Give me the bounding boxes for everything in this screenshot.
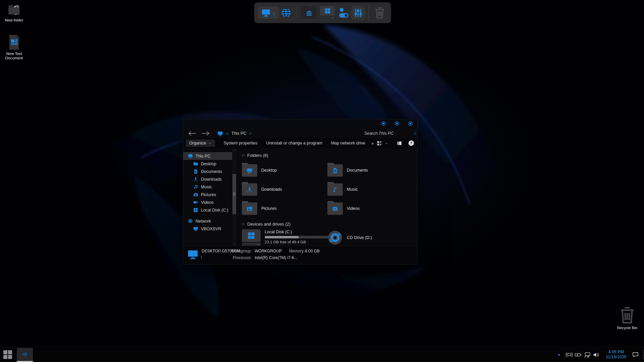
desktop-icon-recycle-bin[interactable]: Recycle Bin: [613, 306, 641, 330]
folder-icon: [327, 164, 343, 177]
organize-button[interactable]: Organize: [186, 139, 215, 147]
workgroup-value: WORKGROUP: [255, 249, 282, 253]
desktop-icon-label: New Text Document: [0, 52, 28, 60]
desktop-icon-new-folder[interactable]: New folder: [0, 3, 28, 22]
drive-name: Local Disk (C:): [265, 230, 328, 234]
start-button[interactable]: [3, 350, 12, 359]
maximize-button[interactable]: [395, 121, 399, 126]
close-button[interactable]: [408, 121, 413, 126]
sidebar-item-label: Pictures: [201, 192, 216, 197]
change-view-icon[interactable]: [377, 140, 382, 146]
desktop-icon-label: Recycle Bin: [613, 326, 641, 330]
show-desktop-button[interactable]: [643, 350, 643, 359]
dock-item-bank-folder[interactable]: [301, 7, 317, 18]
dock-separator: [368, 6, 369, 20]
sidebar-item-documents[interactable]: Documents: [183, 168, 232, 175]
sidebar-item-network[interactable]: Network: [183, 217, 232, 225]
sidebar-scrollbar[interactable]: [232, 148, 236, 246]
taskbar: 4:05 PM 11/16/2025: [0, 347, 644, 362]
memory-label: Memory:: [289, 249, 305, 253]
map-network-drive-button[interactable]: Map network drive: [331, 141, 365, 145]
hidden-icons-button[interactable]: [558, 354, 560, 356]
search-input[interactable]: Search This PC: [364, 129, 415, 138]
folder-icon: [242, 164, 257, 177]
explorer-app-icon: [22, 352, 28, 357]
toggle-switches-icon: [338, 7, 350, 18]
taskbar-clock[interactable]: 4:05 PM 11/16/2025: [604, 350, 628, 360]
sidebar-item-label: Videos: [201, 200, 214, 205]
sidebar-item-pictures[interactable]: Pictures: [183, 191, 232, 198]
battery-charging-icon[interactable]: [575, 352, 582, 358]
equalizer-sliders-icon: [353, 8, 363, 18]
help-button[interactable]: ?: [409, 140, 414, 146]
sidebar-item-music[interactable]: Music: [183, 183, 232, 191]
trash-icon: [373, 6, 386, 19]
tile-label: Music: [347, 187, 358, 192]
sidebar-item-label: Desktop: [201, 162, 216, 166]
collapse-group-icon[interactable]: [242, 154, 244, 157]
uninstall-program-button[interactable]: Uninstall or change a program: [266, 141, 322, 145]
folder-tile-desktop[interactable]: Desktop: [242, 163, 327, 178]
folder-view: Folders (6) Desktop Documents Downloads: [236, 148, 417, 246]
desktop-icon-new-text-document[interactable]: New Text Document: [0, 34, 28, 60]
view-chevron-icon[interactable]: [385, 141, 388, 145]
folder-tile-music[interactable]: Music: [327, 182, 413, 197]
folder-tile-videos[interactable]: Videos: [327, 201, 413, 216]
scroll-up-icon[interactable]: [233, 149, 236, 152]
folder-tile-documents[interactable]: Documents: [327, 163, 413, 178]
window-body: This PC Desktop Documents Downloads Musi…: [183, 148, 417, 246]
dock-item-toggle-switches[interactable]: [338, 7, 350, 18]
sidebar-item-downloads[interactable]: Downloads: [183, 175, 232, 183]
processor-value: Intel(R) Core(TM) i7-6...: [255, 255, 297, 260]
minimize-button[interactable]: [381, 121, 386, 126]
forward-button[interactable]: [201, 131, 210, 136]
drive-free-space: 23.1 GB free of 49.4 GB: [265, 240, 328, 244]
bank-folder-icon: [301, 7, 317, 18]
cast-screen-icon[interactable]: [566, 352, 573, 358]
back-button[interactable]: [188, 131, 197, 136]
sidebar-item-label: Documents: [201, 169, 222, 174]
more-commands-button[interactable]: »: [371, 141, 374, 146]
drive-name: CD Drive (D:): [347, 235, 372, 240]
sidebar-item-this-pc[interactable]: This PC: [183, 152, 232, 160]
folder-tile-pictures[interactable]: Pictures: [242, 201, 327, 216]
network-globe-icon: [188, 219, 193, 224]
group-header-folders[interactable]: Folders (6): [242, 153, 417, 158]
scrollbar-thumb[interactable]: [232, 174, 236, 214]
window-titlebar: [183, 119, 417, 129]
dock-item-display-alert[interactable]: [258, 6, 279, 19]
sidebar-item-label: Network: [196, 219, 211, 224]
dock-item-system-drive[interactable]: [320, 6, 335, 19]
collapse-group-icon[interactable]: [242, 223, 244, 225]
sidebar-item-desktop[interactable]: Desktop: [183, 160, 232, 168]
sidebar-item-vboxsvr[interactable]: VBOXSVR: [183, 225, 232, 233]
sidebar-item-local-disk[interactable]: Local Disk (C:): [183, 206, 232, 214]
action-center-icon[interactable]: [632, 352, 639, 358]
volume-icon[interactable]: [593, 352, 600, 358]
scrollbar-track[interactable]: [232, 153, 236, 241]
taskbar-app-file-explorer[interactable]: [17, 348, 33, 361]
command-bar: Organize System properties Uninstall or …: [183, 138, 417, 148]
group-header-devices[interactable]: Devices and drives (2): [242, 222, 417, 227]
this-pc-icon: [217, 131, 223, 136]
preview-pane-icon[interactable]: [396, 141, 402, 146]
organize-label: Organize: [189, 141, 206, 145]
drive-tile-cd[interactable]: CD Drive (D:): [327, 229, 413, 246]
video-icon: [193, 200, 198, 205]
dock-item-trash[interactable]: [373, 6, 386, 19]
system-properties-button[interactable]: System properties: [224, 141, 258, 145]
search-icon[interactable]: [414, 132, 416, 135]
folder-tile-downloads[interactable]: Downloads: [242, 182, 327, 197]
scroll-down-icon[interactable]: [233, 242, 236, 245]
dock-item-internet-globe[interactable]: [281, 7, 291, 18]
dock-item-equalizer[interactable]: [351, 6, 365, 19]
folders-grid: Desktop Documents Downloads Music Pictur…: [242, 163, 417, 216]
folder-icon: [242, 202, 257, 215]
breadcrumb[interactable]: This PC: [231, 131, 246, 136]
tile-label: Downloads: [261, 187, 282, 192]
file-explorer-window: This PC Search This PC Organize System p…: [183, 119, 418, 264]
sidebar-item-videos[interactable]: Videos: [183, 198, 232, 206]
network-wired-icon[interactable]: [584, 352, 591, 358]
drive-tile-local-disk[interactable]: Local Disk (C:) 23.1 GB free of 49.4 GB: [242, 229, 327, 246]
system-tray: 4:05 PM 11/16/2025: [558, 347, 644, 362]
